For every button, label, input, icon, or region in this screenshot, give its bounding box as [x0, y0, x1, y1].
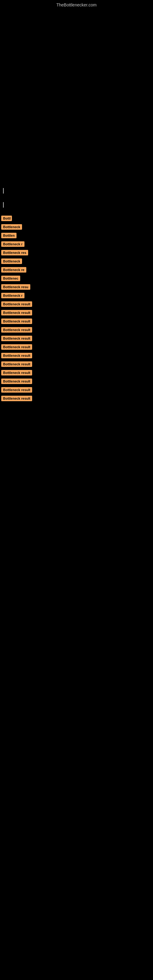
bottleneck-result-badge[interactable]: Bottleneck result — [1, 344, 32, 350]
list-item: Bottlenec — [0, 275, 153, 282]
list-item: Bottleneck result — [0, 310, 153, 317]
list-item: Bottleneck result — [0, 336, 153, 342]
list-item: Bottleneck result — [0, 370, 153, 377]
list-item: Bottleneck r — [0, 293, 153, 299]
spacer-1 — [0, 197, 153, 200]
bottleneck-result-badge[interactable]: Bottleneck result — [1, 318, 32, 324]
bottleneck-result-badge[interactable]: Bottleneck result — [1, 327, 32, 332]
bottleneck-result-badge[interactable]: Bottleneck — [1, 224, 22, 230]
bottleneck-result-badge[interactable]: Bottleneck re — [1, 267, 26, 272]
bottleneck-result-badge[interactable]: Bottlenec — [1, 275, 20, 281]
bottleneck-result-badge[interactable]: Bottleneck r — [1, 241, 24, 247]
bottleneck-result-badge[interactable]: Bottleneck resu — [1, 284, 30, 290]
list-item: Bottleneck result — [0, 361, 153, 368]
list-item: Bottleneck result — [0, 318, 153, 325]
list-item: Bottleneck r — [0, 241, 153, 248]
bottleneck-result-badge[interactable]: Bottleneck result — [1, 387, 32, 393]
bottleneck-result-badge[interactable]: Bottleneck result — [1, 310, 32, 315]
bottleneck-result-badge[interactable]: Bottleneck result — [1, 370, 32, 375]
list-item: Bottl — [0, 216, 153, 222]
bottleneck-result-badge[interactable]: Bottleneck result — [1, 361, 32, 367]
site-title: TheBottlenecker.com — [0, 0, 153, 9]
bottleneck-result-badge[interactable]: Bottleneck — [1, 258, 22, 264]
cursor-line-1 — [3, 188, 4, 194]
list-item: Bottleneck result — [0, 387, 153, 394]
list-item: Bottleneck re — [0, 267, 153, 274]
cursor-line-2 — [3, 202, 4, 208]
list-item: Bottlen — [0, 233, 153, 240]
list-item: Bottleneck result — [0, 301, 153, 308]
list-item: Bottleneck — [0, 224, 153, 231]
cursor-section-2 — [0, 200, 153, 211]
bottleneck-result-badge[interactable]: Bottleneck result — [1, 301, 32, 307]
list-item: Bottleneck result — [0, 353, 153, 360]
list-item: Bottleneck result — [0, 344, 153, 351]
bottleneck-result-badge[interactable]: Bottleneck r — [1, 293, 24, 298]
bottleneck-result-badge[interactable]: Bottleneck result — [1, 379, 32, 384]
site-title-container: TheBottlenecker.com — [0, 0, 153, 9]
results-container: BottlBottleneckBottlenBottleneck rBottle… — [0, 211, 153, 407]
chart-area — [0, 9, 153, 186]
bottleneck-result-badge[interactable]: Bottleneck result — [1, 336, 32, 341]
list-item: Bottleneck — [0, 258, 153, 265]
list-item: Bottleneck result — [0, 379, 153, 385]
cursor-section-1 — [0, 186, 153, 197]
list-item: Bottleneck result — [0, 327, 153, 334]
bottleneck-result-badge[interactable]: Bottl — [1, 216, 12, 221]
list-item: Bottleneck res — [0, 250, 153, 257]
bottleneck-result-badge[interactable]: Bottleneck result — [1, 353, 32, 358]
bottleneck-result-badge[interactable]: Bottleneck res — [1, 250, 28, 255]
bottleneck-result-badge[interactable]: Bottleneck result — [1, 396, 32, 401]
bottleneck-result-badge[interactable]: Bottlen — [1, 233, 16, 238]
list-item: Bottleneck resu — [0, 284, 153, 291]
list-item: Bottleneck result — [0, 396, 153, 402]
